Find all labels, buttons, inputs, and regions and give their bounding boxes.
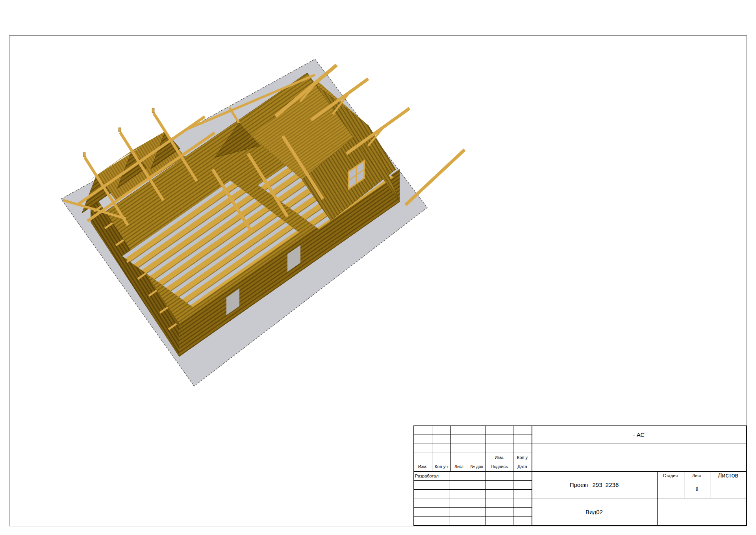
purlin [406, 150, 465, 205]
role-developed: Разработал [413, 471, 451, 480]
sheets-label: Листов [710, 471, 746, 480]
stage-label: Стадия [657, 471, 684, 480]
rev-header-kop-uch: Коп уч [432, 462, 450, 471]
upper-izm-label: Изм. [485, 453, 513, 462]
project-code: - АС [532, 425, 746, 444]
sheet-label: Лист [684, 471, 710, 480]
drawing-sheet: { "sheet": { "kind": "3D axonometric vie… [0, 0, 756, 535]
title-block: Изм. Коп у Изм. Коп уч Лист № док Подпис… [413, 425, 747, 526]
rev-header-data: Дата [513, 462, 532, 471]
rev-header-podpis: Подпись [485, 462, 513, 471]
beam-tip-post [119, 128, 121, 132]
view-name: Вид02 [532, 498, 657, 525]
beam-tip-post [83, 152, 85, 157]
model-3d-view [32, 39, 543, 394]
rev-header-list: Лист [450, 462, 468, 471]
sheet-number: 8 [684, 480, 710, 498]
project-name: Проект_293_2236 [532, 471, 657, 498]
rev-header-izm: Изм. [413, 462, 432, 471]
beam-tip-post [152, 108, 154, 113]
rev-header-no-dok: № док [468, 462, 485, 471]
upper-kop-uch-label: Коп у [513, 453, 532, 462]
